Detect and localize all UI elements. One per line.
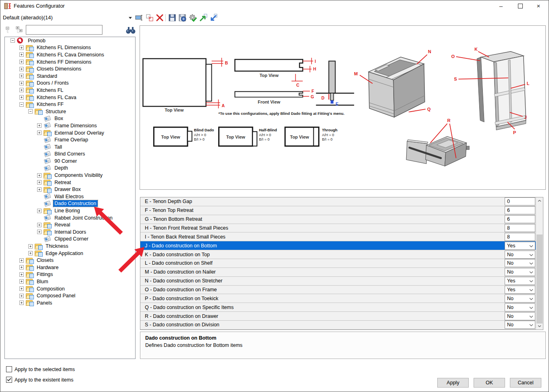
expand-icon[interactable] [19,74,24,78]
tree-item[interactable]: Internal Doors [5,228,135,236]
expand-icon[interactable] [19,258,24,263]
tree-item[interactable]: Closets Dimensions [5,65,135,73]
value-dropdown[interactable]: No [505,259,535,267]
expand-icon[interactable] [28,251,33,255]
value-dropdown[interactable]: Yes [505,286,535,294]
scrollbar-thumb[interactable] [536,234,543,324]
maximize-button[interactable] [511,0,530,12]
expand-icon[interactable] [37,173,42,178]
tree-item[interactable]: Edge Application [5,250,135,257]
tree-item[interactable]: 90 Corner [5,158,135,165]
tree-item[interactable]: Reveal [5,221,135,228]
tree-item[interactable]: Clipped Corner [5,236,135,243]
expand-icon[interactable] [19,279,24,284]
tree-item[interactable]: Hardware [5,264,135,271]
table-row[interactable]: S - Dado construction on DivisionNo [140,321,536,330]
expand-icon[interactable] [37,209,42,213]
tree-item[interactable]: Rabbet Joint Construction [5,214,135,222]
tree-item[interactable]: Line Boring [5,207,135,214]
value-dropdown[interactable]: No [505,268,535,276]
scroll-up-icon[interactable] [536,197,543,204]
tree-item[interactable]: Composed Panel [5,292,135,299]
checkbox-checked-icon[interactable] [6,377,12,383]
table-scrollbar[interactable] [536,197,543,330]
table-row[interactable]: N - Dado construction on StretcherYes [140,277,536,286]
tree-item[interactable]: Doors / Fronts [5,80,135,87]
duplicate-icon[interactable] [145,13,154,22]
tree-item[interactable]: Components Visibility [5,172,135,179]
tree-item[interactable]: Fittings [5,271,135,278]
expand-tree-icon[interactable] [16,26,23,34]
tree-item[interactable]: Panels [5,299,135,307]
validate-icon[interactable] [188,13,197,22]
tree-item-promob[interactable]: Promob [5,37,135,44]
search-binoculars-icon[interactable] [125,25,137,35]
table-row[interactable]: E - Tenon Depth Gap0 [140,197,536,206]
table-row[interactable]: G - Tenon Bottom Retreat6 [140,215,536,224]
apply-button[interactable]: Apply [437,378,469,388]
apply-existent-checkbox[interactable]: Apply to the existent items [6,377,73,383]
expand-icon[interactable] [37,223,42,227]
table-row[interactable]: K - Dado construction on TopNo [140,250,536,259]
tree-item[interactable]: Wall Electros [5,193,135,200]
expand-icon[interactable] [37,230,42,234]
profile-combobox[interactable]: Default (alterado)(14) [3,15,53,21]
tree-item[interactable]: Blum [5,278,135,285]
cancel-button[interactable]: Cancel [510,378,541,388]
tree-item[interactable]: Drawer Box [5,186,135,193]
tree-item[interactable]: Closets [5,257,135,264]
tree-item[interactable]: Frame Overlap [5,136,135,143]
checkbox-unchecked-icon[interactable] [6,366,12,372]
tree-item[interactable]: Thickness [5,243,135,250]
tree-item[interactable]: Blind Corners [5,151,135,158]
tree-item[interactable]: Kitchens FF [5,101,135,108]
expand-icon[interactable] [19,81,24,85]
collapse-icon[interactable] [28,109,33,114]
rename-icon[interactable] [135,13,144,22]
close-button[interactable]: × [529,0,548,12]
table-row[interactable]: I - Tenon Back Retreat Small Pieces8 [140,232,536,241]
delete-icon[interactable] [155,13,164,22]
export-icon[interactable] [199,13,208,22]
tree-item[interactable]: Kitchens FL Cava [5,94,135,101]
tree-item[interactable]: Kitchens FF Dimensions [5,58,135,66]
expand-icon[interactable] [37,131,42,135]
value-dropdown[interactable]: No [505,303,535,311]
table-row[interactable]: L - Dado construction on ShelfNo [140,259,536,268]
table-row[interactable]: O - Dado construction on FrameYes [140,286,536,295]
collapse-icon[interactable] [10,38,15,43]
tree-item[interactable]: Retreat [5,179,135,186]
expand-icon[interactable] [37,180,42,185]
table-row[interactable]: Q - Dado construction on Specific ItemsN… [140,303,536,312]
search-input[interactable] [26,25,102,35]
value-dropdown[interactable]: No [505,321,535,329]
expand-icon[interactable] [19,294,24,298]
expand-icon[interactable] [19,301,24,305]
expand-icon[interactable] [19,46,24,50]
import-icon[interactable] [209,13,218,22]
expand-icon[interactable] [19,95,24,100]
collapse-tree-icon[interactable] [6,26,13,34]
table-row-selected[interactable]: J - Dado construction on BottomYes [140,241,536,250]
tree-item[interactable]: Depth [5,165,135,172]
save-icon[interactable] [168,13,177,22]
value-dropdown[interactable]: Yes [505,277,535,285]
table-row[interactable]: M - Dado construction on NailerNo [140,268,536,277]
apply-selected-checkbox[interactable]: Apply to the selected items [6,366,75,372]
value-input[interactable]: 6 [505,206,535,214]
expand-icon[interactable] [19,60,24,64]
tree-item[interactable]: Kitchens FL Cava Dimensions [5,51,135,58]
scroll-down-icon[interactable] [536,323,543,330]
tree-item[interactable]: Kitchens FL Dimensions [5,44,135,52]
table-row[interactable]: P - Dado construction on ToekickNo [140,294,536,303]
ok-button[interactable]: OK [474,378,505,388]
value-input[interactable]: 6 [505,215,535,223]
tree-item[interactable]: Composition [5,285,135,292]
tree-item[interactable]: Tall [5,143,135,151]
expand-icon[interactable] [19,286,24,291]
tree-item[interactable]: External Door Overlay [5,129,135,137]
table-row[interactable]: F - Tenon Top Retreat6 [140,206,536,215]
table-row[interactable]: R - Dado construction on DrawerNo [140,312,536,321]
tree-item[interactable]: Standard [5,73,135,80]
value-input[interactable]: 8 [505,224,535,232]
